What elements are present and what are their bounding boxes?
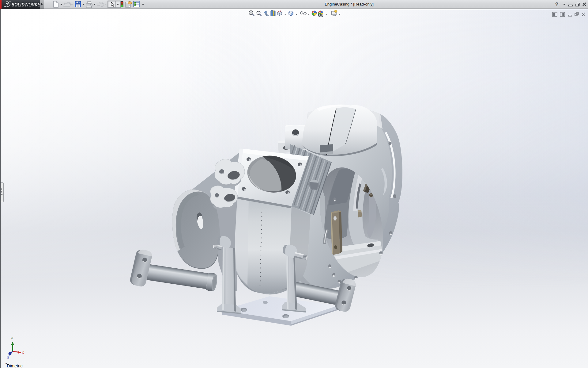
svg-text:Z: Z (7, 356, 9, 359)
svg-text:?: ? (555, 2, 558, 7)
svg-text:X: X (22, 351, 24, 355)
svg-text:Y: Y (11, 337, 13, 341)
